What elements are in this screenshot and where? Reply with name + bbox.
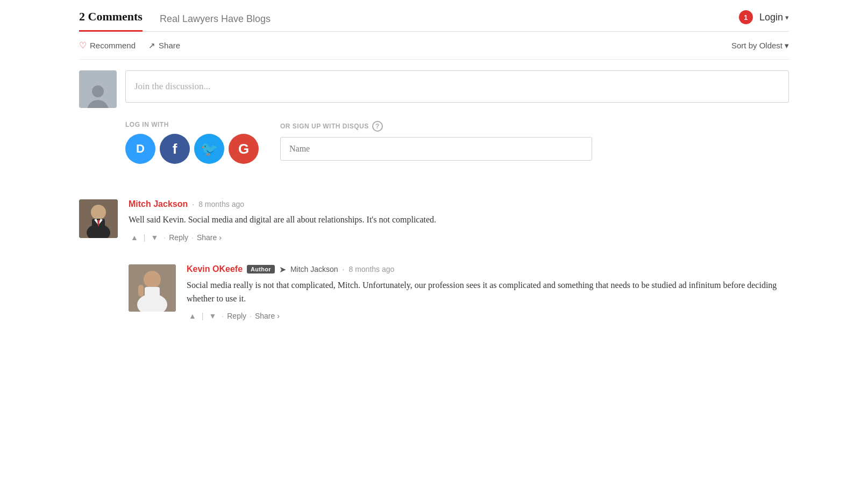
header-left: 2 Comments Real Lawyers Have Blogs: [79, 10, 271, 31]
log-in-with-label: LOG IN WITH: [125, 121, 259, 128]
comment-placeholder: Join the discussion...: [134, 81, 210, 92]
or-signup-text: OR SIGN UP WITH DISQUS: [280, 123, 369, 130]
comment-1-text: Well said Kevin. Social media and digita…: [129, 213, 789, 227]
mitch-avatar-image: [79, 199, 118, 238]
comment-1-1-author[interactable]: Kevin OKeefe: [187, 264, 243, 274]
recommend-label: Recommend: [90, 41, 136, 50]
disqus-icon: D: [136, 142, 145, 156]
comments-count: 2 Comments: [79, 10, 143, 32]
sort-label: Sort by Oldest: [731, 41, 782, 50]
comment-1-share-button[interactable]: Share ›: [197, 233, 222, 242]
social-buttons: D f 🐦 G: [125, 134, 259, 164]
reply-arrow-icon: ➤: [279, 264, 286, 275]
reply-to-name: Mitch Jackson: [290, 265, 338, 273]
facebook-icon: f: [173, 141, 177, 157]
comments-section: Mitch Jackson · 8 months ago Well said K…: [79, 183, 789, 332]
comments-header: 2 Comments Real Lawyers Have Blogs 1 Log…: [79, 0, 789, 32]
comment-input-area: Join the discussion...: [79, 60, 789, 121]
comment-1-actions: ▲ | ▼ · Reply · Share ›: [129, 232, 789, 243]
login-chevron-icon: ▾: [785, 13, 789, 21]
comment-1-1-share-button[interactable]: Share ›: [255, 312, 280, 320]
name-input[interactable]: [280, 137, 592, 161]
heart-icon: ♡: [79, 40, 87, 51]
disqus-login-button[interactable]: D: [125, 134, 155, 164]
signup-section: OR SIGN UP WITH DISQUS ?: [280, 121, 592, 161]
share-label: Share: [159, 41, 180, 50]
comment-1-1-downvote-button[interactable]: ▼: [207, 311, 219, 321]
auth-row: LOG IN WITH D f 🐦 G: [125, 121, 789, 170]
svg-point-1: [91, 205, 106, 220]
comment-1-1-upvote-button[interactable]: ▲: [187, 311, 198, 321]
comment-input[interactable]: Join the discussion...: [125, 70, 789, 103]
blog-title: Real Lawyers Have Blogs: [160, 13, 271, 31]
help-icon[interactable]: ?: [372, 121, 383, 132]
svg-rect-10: [145, 287, 160, 300]
silhouette-icon: [87, 81, 109, 108]
notification-badge[interactable]: 1: [739, 10, 753, 24]
svg-rect-11: [138, 285, 144, 297]
comment-1: Mitch Jackson · 8 months ago Well said K…: [79, 189, 789, 254]
comment-1-body: Mitch Jackson · 8 months ago Well said K…: [129, 199, 789, 243]
kevin-avatar: [129, 264, 176, 312]
mitch-avatar: [79, 199, 118, 238]
or-signup-label: OR SIGN UP WITH DISQUS ?: [280, 121, 592, 132]
comment-1-1-actions: ▲ | ▼ · Reply · Share ›: [187, 311, 789, 321]
comment-1-1-body: Kevin OKeefe Author ➤ Mitch Jackson · 8 …: [187, 264, 789, 322]
comment-1-1: Kevin OKeefe Author ➤ Mitch Jackson · 8 …: [129, 254, 789, 333]
comment-1-1-text: Social media really is not that complica…: [187, 279, 789, 306]
comment-1-1-meta: Kevin OKeefe Author ➤ Mitch Jackson · 8 …: [187, 264, 789, 275]
login-with-section: LOG IN WITH D f 🐦 G: [125, 121, 259, 170]
header-right: 1 Login ▾: [739, 10, 789, 31]
comment-1-author[interactable]: Mitch Jackson: [129, 199, 188, 209]
comment-1-time: 8 months ago: [198, 200, 244, 208]
login-label: Login: [759, 12, 783, 23]
share-button[interactable]: ↗ Share: [148, 41, 180, 51]
sort-chevron-icon: ▾: [785, 41, 789, 51]
user-avatar-placeholder: [79, 70, 117, 108]
comment-1-1-reply-button[interactable]: Reply: [227, 312, 246, 320]
comment-1-1-time: 8 months ago: [349, 265, 395, 273]
comment-1-downvote-button[interactable]: ▼: [149, 232, 161, 243]
auth-section: LOG IN WITH D f 🐦 G: [79, 121, 789, 183]
comment-1-upvote-button[interactable]: ▲: [129, 232, 140, 243]
facebook-login-button[interactable]: f: [160, 134, 190, 164]
google-login-button[interactable]: G: [229, 134, 259, 164]
google-icon: G: [238, 141, 249, 157]
twitter-login-button[interactable]: 🐦: [194, 134, 224, 164]
toolbar-left: ♡ Recommend ↗ Share: [79, 40, 180, 51]
login-button[interactable]: Login ▾: [759, 12, 789, 23]
kevin-avatar-image: [129, 264, 176, 312]
toolbar: ♡ Recommend ↗ Share Sort by Oldest ▾: [79, 32, 789, 60]
twitter-icon: 🐦: [201, 141, 218, 157]
recommend-button[interactable]: ♡ Recommend: [79, 40, 136, 51]
sort-button[interactable]: Sort by Oldest ▾: [731, 41, 789, 51]
svg-point-8: [144, 271, 161, 288]
comment-1-reply-button[interactable]: Reply: [169, 233, 188, 242]
author-badge: Author: [247, 265, 275, 273]
share-icon: ↗: [148, 41, 155, 51]
comment-1-meta: Mitch Jackson · 8 months ago: [129, 199, 789, 209]
